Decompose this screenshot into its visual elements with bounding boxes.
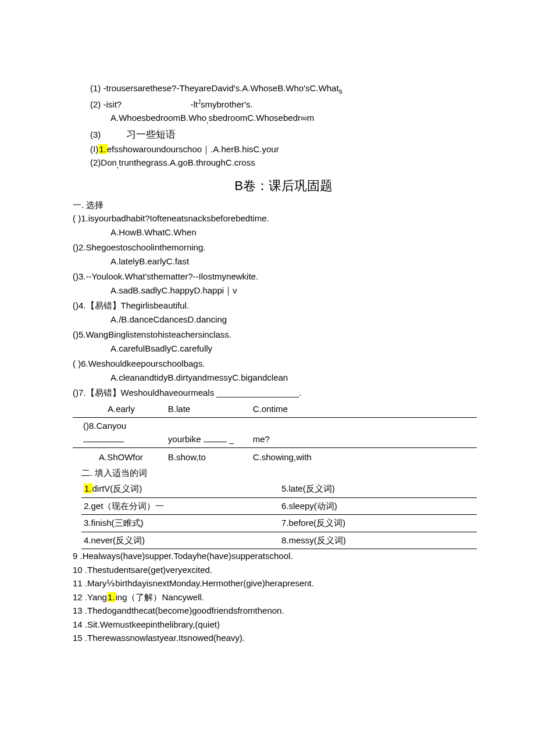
s1-q2a: ()2.Shegoestoschoolinthemorning.	[73, 241, 477, 255]
ft-r3l: 3.finish(三睢式)	[81, 515, 279, 532]
ft-r2l: 2.get（现在分词）一	[81, 497, 279, 515]
s3-l14: 14 .Sit.Wemustkeepinthelibrary,(quiet)	[73, 618, 477, 632]
s1-q5a: ()5.WangBinglistenstohisteachersinclass.	[73, 328, 477, 342]
pre-q2a-t: (2) -isit?	[90, 99, 122, 109]
pre-q3-han: 习一些短语	[126, 129, 176, 140]
s3-l15: 15 .Therewassnowlastyear.Itsnowed(heavy)…	[73, 632, 477, 645]
pre-i2: (2)Don,trunthegrass.A.goB.throughC.cross	[90, 156, 477, 171]
tbl1-r3c3: C.showing,with	[251, 449, 477, 466]
pre-q1-sub: s	[339, 87, 343, 95]
s1-q2b: A.latelyB.earlyC.fast	[90, 255, 477, 268]
sec2-head: 二. 填入适当的词	[81, 467, 477, 480]
pre-q2b-t: -lt	[191, 99, 198, 109]
pre-i1-hl: 1.	[98, 144, 107, 154]
s3-l12hl: 1.	[107, 592, 116, 602]
pre-i2-b: trunthegrass.A.goB.throughC.cross	[119, 157, 255, 167]
tbl1-r1: A.early B.late C.ontime	[73, 401, 477, 418]
pre-q1: (1) -trousersarethese?-TheyareDavid's.A.…	[90, 82, 477, 97]
pre-q3: (3) 习一些短语	[90, 127, 477, 142]
option-table-1: A.early B.late C.ontime ()8.Canyou yourb…	[73, 401, 477, 449]
ft-r3: 3.finish(三睢式) 7.before(反义词)	[81, 515, 477, 532]
ft-r4: 4.never(反义词) 8.messy(反义词)	[81, 532, 477, 549]
s1-q3a: ()3.--Youlook.What'sthematter?--Ilostmyn…	[73, 270, 477, 284]
option-table-1b: A.ShOWfor B.show,to C.showing,with	[73, 449, 477, 466]
pre-q2-ans-a: A.WhoesbedroomB.Who	[110, 113, 206, 123]
ft-r2r: 6.sleepy(动词)	[279, 497, 477, 515]
tbl1-r1c2: B.late	[166, 401, 251, 418]
s3-l13: 13 .Thedogandthecat(become)goodfriendsfr…	[73, 604, 477, 618]
pre-q1-text: (1) -trousersarethese?-TheyareDavid's.A.…	[90, 83, 339, 93]
ft-r1r: 5.late(反义词)	[279, 481, 477, 497]
pre-i1: (I)1.efsshowaroundourschoo｜.A.herB.hisC.…	[90, 143, 477, 156]
ft-r4r: 8.messy(反义词)	[279, 532, 477, 549]
tbl1-r2c2: yourbike _	[166, 418, 251, 448]
pre-q2a: (2) -isit? -ltJsmybrother's.	[90, 98, 477, 112]
s1-q5b: A.carefulBsadlyC.carefully	[90, 342, 477, 356]
tbl1-r2c1: ()8.Canyou	[73, 418, 166, 448]
pre-q2-ans: A.WhoesbedroomB.Who,sbedroomC.Whosebedr∞…	[90, 112, 477, 127]
tbl1-r2c3: me?	[251, 418, 477, 448]
page-title: B卷：课后巩固题	[90, 176, 477, 195]
ft-r1: 1.dirtV(反义词) 5.late(反义词)	[81, 481, 477, 497]
tbl1-r2: ()8.Canyou yourbike _ me?	[73, 418, 477, 448]
pre-q2-ans-b: sbedroomC.Whosebedr∞m	[209, 113, 315, 123]
sec1-head: 一. 选择	[73, 199, 477, 212]
pre-i1-pre: (I)	[90, 144, 98, 154]
tbl1-r1c3: C.ontime	[251, 401, 477, 418]
s1-q1b: A.HowB.WhatC.When	[90, 226, 477, 239]
fill-table: 1.dirtV(反义词) 5.late(反义词) 2.get（现在分词）一 6.…	[81, 481, 477, 549]
s1-q1a: ( )1.isyourbadhabit?Iofteneatsnacksbefor…	[73, 212, 477, 225]
tbl1-r3c2: B.show,to	[166, 449, 251, 466]
pre-i2-a: (2)Don	[90, 157, 117, 167]
pre-q2c-t: smybrother's.	[201, 99, 253, 109]
s3-l12: 12 .Yang1.ing（了解）Nancywell.	[73, 591, 477, 604]
s1-q6b: A.cleanandtidyB.dirtyandmessyC.bigandcle…	[90, 371, 477, 385]
page-title-text: 卷：课后巩固题	[243, 178, 333, 193]
ft-r1l: 1.dirtV(反义词)	[81, 481, 279, 497]
pre-i1-rest: efsshowaroundourschoo｜.A.herB.hisC.your	[107, 144, 279, 154]
tbl1-r3: A.ShOWfor B.show,to C.showing,with	[73, 449, 477, 466]
s3-l9: 9 .Healways(have)supper.Todayhe(have)sup…	[73, 550, 477, 563]
s1-q3b: A.sadB.sadlyC.happyD.happi｜v	[90, 284, 477, 298]
s1-q4b: A./B.danceCdancesD.dancing	[90, 313, 477, 327]
ft-r3r: 7.before(反义词)	[279, 515, 477, 532]
s1-q7a: ()7.【易错】Weshouldhaveourmeals ___________…	[73, 386, 477, 400]
ft-r4l: 4.never(反义词)	[81, 532, 279, 549]
s1-q6a: ( )6.Weshouldkeepourschoolbags.	[73, 357, 477, 371]
s3-l11: 11 .Mary⅓birthdayisnextMonday.Hermother(…	[73, 577, 477, 590]
s3-l10: 10 .Thestudentsare(get)veryexcited.	[73, 564, 477, 577]
tbl1-r1c1: A.early	[73, 401, 166, 418]
ft-r2: 2.get（现在分词）一 6.sleepy(动词)	[81, 497, 477, 515]
s3-l12a: 12 .Yang	[73, 592, 107, 602]
s1-q4a: ()4.【易错】Thegirlisbeautiful.	[73, 299, 477, 313]
tbl1-r3c1: A.ShOWfor	[73, 449, 166, 466]
pre-q3-num: (3)	[90, 130, 101, 139]
s3-l12b: ing（了解）Nancywell.	[115, 592, 204, 602]
